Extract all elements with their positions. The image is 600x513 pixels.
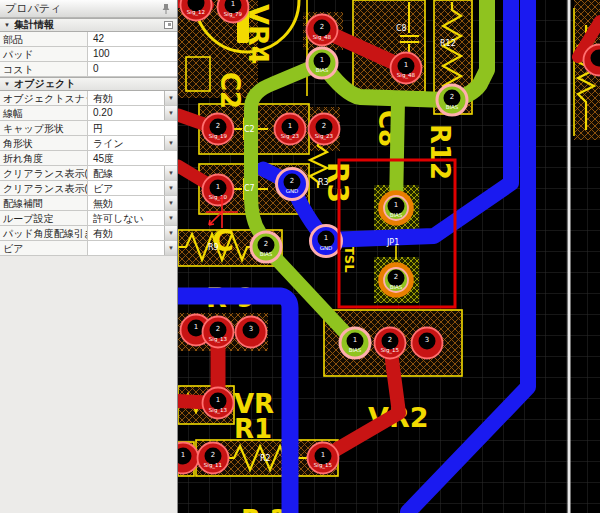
pcb-pad[interactable]: 2Sig_23 — [309, 114, 340, 145]
dropdown-arrow-icon[interactable]: ▼ — [164, 106, 177, 120]
pad-net-label: BIAS — [390, 212, 403, 218]
pcb-pad[interactable]: 2BIAS — [437, 85, 467, 115]
pad-number: 1 — [324, 234, 328, 242]
property-value[interactable]: 100 — [88, 47, 177, 61]
pcb-pad[interactable]: 2BIAS — [251, 232, 281, 262]
pcb-pad[interactable]: 1Sig_10 — [203, 175, 234, 206]
property-value[interactable]: 0 — [88, 62, 177, 76]
dropdown-arrow-icon[interactable]: ▼ — [164, 241, 177, 255]
property-label: パッド — [0, 47, 88, 61]
dropdown-arrow-icon[interactable]: ▼ — [164, 196, 177, 210]
pad-number: 1 — [353, 336, 357, 344]
pcb-canvas[interactable]: VR4C2C8R12R3TSLCR 9VRR1R 2VR2 Sig_1 — [178, 0, 600, 513]
pcb-pad[interactable]: 3 — [412, 328, 443, 359]
property-row: パッド角度配線引き出し有効▼ — [0, 226, 177, 241]
property-value[interactable]: 円 — [88, 121, 177, 135]
pad-net-label: Sig_19 — [209, 133, 228, 140]
pad-net-label: GND — [286, 188, 299, 194]
dropdown-arrow-icon[interactable]: ▼ — [164, 136, 177, 150]
pcb-pad[interactable]: 1BIAS — [381, 193, 411, 223]
section-header[interactable]: ▼オブジェクト — [0, 77, 177, 91]
ref-designator-label[interactable]: C8 — [396, 24, 407, 33]
ref-designator-label[interactable]: JP1 — [386, 238, 399, 247]
dropdown-arrow-icon[interactable]: ▼ — [164, 166, 177, 180]
pcb-pad[interactable]: 2Sig_15 — [375, 328, 406, 359]
pad-number: 1 — [321, 451, 325, 459]
property-label: ループ設定 — [0, 211, 88, 225]
pcb-pad[interactable]: 1Sig_13 — [203, 388, 234, 419]
pad-number: 2 — [388, 336, 392, 344]
silkscreen-text[interactable]: R 2 — [241, 505, 288, 513]
pcb-pad[interactable]: 2Sig_19 — [203, 114, 234, 145]
pad-net-label: Sig_13 — [209, 407, 228, 414]
pad-net-label: BIAS — [390, 284, 403, 290]
pad-net-label: GND — [320, 245, 333, 251]
silkscreen-text[interactable]: R12 — [425, 124, 455, 180]
pad-net-label: Sig_23 — [315, 133, 334, 140]
property-value[interactable]: 0.20 — [88, 106, 164, 120]
pad-net-label: BIAS — [349, 347, 362, 353]
property-value[interactable]: 許可しない — [88, 211, 164, 225]
pad-net-label: BIAS — [260, 251, 273, 257]
pad-number: 1 — [320, 56, 324, 64]
pcb-pad[interactable]: 2GND — [277, 169, 308, 200]
pcb-pad[interactable]: 1Sig_48 — [391, 53, 422, 84]
property-row: 部品42 — [0, 32, 177, 47]
property-value[interactable]: 無効 — [88, 196, 164, 210]
pcb-pad[interactable]: 1Sig_79 — [218, 0, 249, 23]
property-label: コスト — [0, 62, 88, 76]
pad-net-label: Sig_10 — [209, 194, 228, 201]
pcb-pad[interactable]: 1BIAS — [307, 48, 337, 78]
silkscreen-text[interactable]: R1 — [234, 414, 272, 444]
property-value[interactable]: ビア — [88, 181, 164, 195]
property-label: 折れ角度 — [0, 151, 88, 165]
pcb-pad[interactable]: 3 — [236, 317, 267, 348]
property-value[interactable]: 有効 — [88, 91, 164, 105]
pcb-pad[interactable]: 2Sig_48 — [307, 15, 338, 46]
pad-net-label: Sig_12 — [187, 9, 205, 16]
pcb-pad[interactable]: 2BIAS — [381, 265, 411, 295]
dropdown-arrow-icon[interactable]: ▼ — [164, 226, 177, 240]
pad-net-label: Sig_79 — [224, 11, 243, 18]
property-value[interactable]: 配線 — [88, 166, 164, 180]
property-value[interactable]: ライン — [88, 136, 164, 150]
dropdown-arrow-icon[interactable]: ▼ — [164, 211, 177, 225]
pcb-pad[interactable]: 1BIAS — [340, 328, 370, 358]
ref-designator-label[interactable]: R9 — [208, 243, 219, 252]
pcb-pad[interactable]: 2Sig_11 — [198, 443, 229, 474]
pcb-pad[interactable]: 1Sig_23 — [275, 114, 306, 145]
ref-designator-label[interactable]: R2 — [260, 454, 271, 463]
pcb-pad[interactable]: 2Sig_13 — [203, 317, 234, 348]
property-value[interactable] — [88, 241, 164, 255]
silkscreen-text[interactable]: C2 — [215, 72, 245, 109]
property-row: コスト0 — [0, 62, 177, 77]
pad-number: 2 — [216, 122, 220, 130]
dropdown-arrow-icon[interactable]: ▼ — [164, 91, 177, 105]
collapse-chevron-icon[interactable]: ▼ — [4, 22, 10, 28]
pin-icon[interactable] — [160, 3, 172, 15]
window-icon[interactable] — [164, 21, 173, 29]
ref-designator-label[interactable]: C7 — [244, 184, 255, 193]
property-value[interactable]: 有効 — [88, 226, 164, 240]
ref-designator-label[interactable]: C2 — [244, 125, 255, 134]
pad-number: 1 — [288, 122, 292, 130]
ref-designator-label[interactable]: R3 — [318, 178, 329, 187]
collapse-chevron-icon[interactable]: ▼ — [4, 81, 10, 87]
pcb-pad[interactable]: 1Sig_15 — [308, 443, 339, 474]
pad-net-label: Sig_13 — [209, 336, 228, 343]
silkscreen-text[interactable]: C — [212, 223, 234, 258]
pad-net-label: Sig_48 — [397, 72, 416, 79]
dropdown-arrow-icon[interactable]: ▼ — [164, 181, 177, 195]
property-value[interactable]: 45度 — [88, 151, 177, 165]
pad-number: 1 — [231, 0, 235, 8]
property-label: パッド角度配線引き出し — [0, 226, 88, 240]
section-label: オブジェクト — [14, 77, 173, 91]
property-row: 折れ角度45度 — [0, 151, 177, 166]
silkscreen-text[interactable]: TSL — [342, 246, 357, 273]
pad-number: 2 — [320, 23, 324, 31]
property-value[interactable]: 42 — [88, 32, 177, 46]
property-row: キャップ形状円 — [0, 121, 177, 136]
ref-designator-label[interactable]: R12 — [440, 39, 456, 48]
pcb-pad[interactable]: 1GND — [311, 226, 342, 257]
section-header[interactable]: ▼集計情報 — [0, 18, 177, 32]
